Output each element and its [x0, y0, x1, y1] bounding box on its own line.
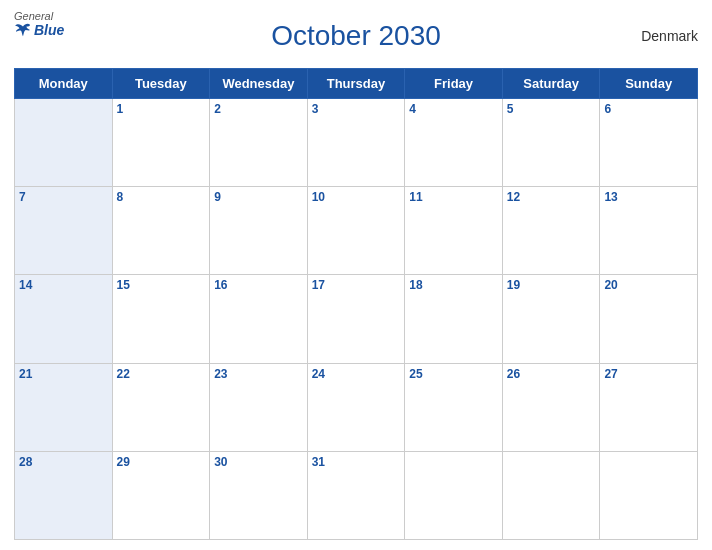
- header-monday: Monday: [15, 69, 113, 99]
- week-row-1: 1 2 3 4 5 6: [15, 99, 698, 187]
- calendar-title: October 2030: [271, 20, 441, 52]
- day-cell-empty-1: [15, 99, 113, 187]
- day-cell-3: 3: [307, 99, 405, 187]
- day-cell-10: 10: [307, 187, 405, 275]
- day-cell-26: 26: [502, 363, 600, 451]
- weekday-header-row: Monday Tuesday Wednesday Thursday Friday…: [15, 69, 698, 99]
- day-cell-16: 16: [210, 275, 308, 363]
- day-cell-14: 14: [15, 275, 113, 363]
- day-cell-25: 25: [405, 363, 503, 451]
- day-cell-empty-5sa: [502, 451, 600, 539]
- day-cell-13: 13: [600, 187, 698, 275]
- header-friday: Friday: [405, 69, 503, 99]
- week-row-4: 21 22 23 24 25 26 27: [15, 363, 698, 451]
- day-cell-7: 7: [15, 187, 113, 275]
- day-cell-27: 27: [600, 363, 698, 451]
- logo-blue-text: Blue: [14, 22, 64, 38]
- header-sunday: Sunday: [600, 69, 698, 99]
- header-thursday: Thursday: [307, 69, 405, 99]
- day-cell-23: 23: [210, 363, 308, 451]
- day-cell-9: 9: [210, 187, 308, 275]
- day-cell-8: 8: [112, 187, 210, 275]
- day-cell-18: 18: [405, 275, 503, 363]
- day-cell-17: 17: [307, 275, 405, 363]
- logo-general-text: General: [14, 10, 53, 22]
- day-cell-empty-5su: [600, 451, 698, 539]
- header-tuesday: Tuesday: [112, 69, 210, 99]
- day-cell-1: 1: [112, 99, 210, 187]
- logo-bird-icon: [14, 23, 32, 37]
- week-row-3: 14 15 16 17 18 19 20: [15, 275, 698, 363]
- generalblue-logo: General Blue: [14, 10, 64, 38]
- day-cell-20: 20: [600, 275, 698, 363]
- day-cell-19: 19: [502, 275, 600, 363]
- day-cell-29: 29: [112, 451, 210, 539]
- header-saturday: Saturday: [502, 69, 600, 99]
- calendar-table: Monday Tuesday Wednesday Thursday Friday…: [14, 68, 698, 540]
- day-cell-2: 2: [210, 99, 308, 187]
- day-cell-11: 11: [405, 187, 503, 275]
- day-cell-24: 24: [307, 363, 405, 451]
- day-cell-5: 5: [502, 99, 600, 187]
- header-wednesday: Wednesday: [210, 69, 308, 99]
- calendar-page: General Blue October 2030 Denmark Monday…: [0, 0, 712, 550]
- day-cell-31: 31: [307, 451, 405, 539]
- country-label: Denmark: [641, 28, 698, 44]
- day-cell-30: 30: [210, 451, 308, 539]
- day-cell-6: 6: [600, 99, 698, 187]
- week-row-5: 28 29 30 31: [15, 451, 698, 539]
- day-cell-15: 15: [112, 275, 210, 363]
- week-row-2: 7 8 9 10 11 12 13: [15, 187, 698, 275]
- day-cell-21: 21: [15, 363, 113, 451]
- day-cell-12: 12: [502, 187, 600, 275]
- day-cell-22: 22: [112, 363, 210, 451]
- calendar-header: General Blue October 2030 Denmark: [14, 10, 698, 62]
- day-cell-empty-5f: [405, 451, 503, 539]
- day-cell-4: 4: [405, 99, 503, 187]
- day-cell-28: 28: [15, 451, 113, 539]
